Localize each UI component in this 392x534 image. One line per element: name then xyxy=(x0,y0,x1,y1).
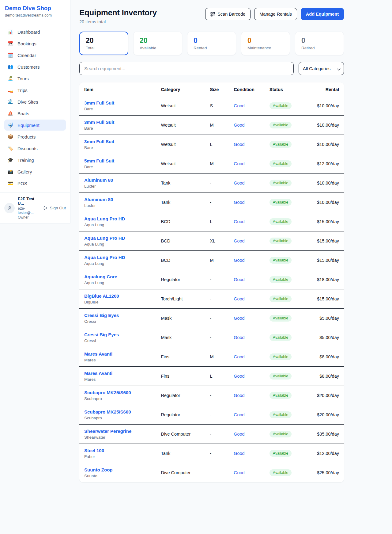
sidebar-item-tours[interactable]: 🏝️Tours xyxy=(4,73,66,84)
item-name-link[interactable]: 3mm Full Suit xyxy=(84,120,151,125)
category-select[interactable]: All Categories xyxy=(299,62,344,75)
status-badge: Available xyxy=(270,160,292,167)
user-role: Owner xyxy=(18,215,40,219)
column-header-category: Category xyxy=(156,82,205,96)
sidebar-item-customers[interactable]: 👥Customers xyxy=(4,61,66,72)
item-rental-price: $35.00/day xyxy=(304,425,344,444)
stat-card-retired[interactable]: 0Retired xyxy=(295,32,344,55)
item-condition-link[interactable]: Good xyxy=(234,374,244,379)
table-row: 3mm Full SuitBareWetsuitSGoodAvailable$1… xyxy=(79,96,344,116)
item-condition-link[interactable]: Good xyxy=(234,123,244,128)
sidebar-item-training[interactable]: 🎓Training xyxy=(4,154,66,166)
item-condition-link[interactable]: Good xyxy=(234,238,244,243)
stat-card-rented[interactable]: 0Rented xyxy=(187,32,236,55)
item-name-link[interactable]: Aqua Lung Pro HD xyxy=(84,216,151,221)
item-condition-link[interactable]: Good xyxy=(234,354,244,359)
sidebar-item-gallery[interactable]: 📸Gallery xyxy=(4,166,66,177)
item-rental-price: $20.00/day xyxy=(304,386,344,405)
item-condition-link[interactable]: Good xyxy=(234,470,244,475)
status-badge: Available xyxy=(270,238,292,244)
item-category: Wetsuit xyxy=(156,96,205,116)
calendar-icon: 🗓️ xyxy=(7,52,13,58)
item-category: Tank xyxy=(156,193,205,212)
sidebar-item-boats[interactable]: ⛵Boats xyxy=(4,108,66,119)
equipment-icon: 🤿 xyxy=(7,122,13,128)
add-equipment-button[interactable]: Add Equipment xyxy=(301,8,344,20)
sidebar-item-bookings[interactable]: 📅Bookings xyxy=(4,38,66,49)
item-category: Fins xyxy=(156,367,205,386)
sidebar-item-discounts[interactable]: 🏷️Discounts xyxy=(4,143,66,154)
item-condition-link[interactable]: Good xyxy=(234,200,244,205)
trips-icon: 🚤 xyxy=(7,87,13,93)
item-name-link[interactable]: Shearwater Peregrine xyxy=(84,429,151,434)
item-condition-link[interactable]: Good xyxy=(234,277,244,282)
item-condition-link[interactable]: Good xyxy=(234,316,244,321)
item-name-link[interactable]: Mares Avanti xyxy=(84,351,151,357)
item-condition-link[interactable]: Good xyxy=(234,451,244,456)
item-condition-link[interactable]: Good xyxy=(234,142,244,147)
item-condition-link[interactable]: Good xyxy=(234,103,244,108)
sidebar-item-equipment[interactable]: 🤿Equipment xyxy=(4,120,66,131)
sidebar-item-trips[interactable]: 🚤Trips xyxy=(4,85,66,96)
manage-rentals-button[interactable]: Manage Rentals xyxy=(254,8,297,20)
stat-value: 0 xyxy=(194,36,230,45)
scan-barcode-button[interactable]: Scan Barcode xyxy=(205,8,251,20)
item-condition-link[interactable]: Good xyxy=(234,412,244,417)
sign-out-button[interactable]: Sign Out xyxy=(43,206,66,210)
avatar xyxy=(4,203,15,213)
item-name-link[interactable]: Scubapro MK25/S600 xyxy=(84,390,151,395)
item-condition-link[interactable]: Good xyxy=(234,181,244,185)
item-condition-link[interactable]: Good xyxy=(234,432,244,437)
item-condition-link[interactable]: Good xyxy=(234,161,244,166)
stat-card-available[interactable]: 20Available xyxy=(133,32,182,55)
sidebar-item-label: Tours xyxy=(17,76,29,81)
item-category: Regulator xyxy=(156,405,205,425)
sidebar-item-dashboard[interactable]: 📊Dashboard xyxy=(4,26,66,37)
item-brand: BigBlue xyxy=(84,300,151,304)
item-condition-link[interactable]: Good xyxy=(234,258,244,263)
item-name-link[interactable]: 5mm Full Suit xyxy=(84,158,151,163)
item-name-link[interactable]: BigBlue AL1200 xyxy=(84,293,151,299)
item-condition-link[interactable]: Good xyxy=(234,219,244,224)
item-name-link[interactable]: Suunto Zoop xyxy=(84,467,151,472)
item-name-link[interactable]: 3mm Full Suit xyxy=(84,139,151,144)
item-size: M xyxy=(205,251,229,270)
item-name-link[interactable]: Aluminum 80 xyxy=(84,197,151,202)
item-name-link[interactable]: Aqua Lung Pro HD xyxy=(84,235,151,241)
stat-value: 0 xyxy=(247,36,284,45)
item-size: M xyxy=(205,154,229,174)
item-rental-price: $8.00/day xyxy=(304,367,344,386)
item-size: L xyxy=(205,367,229,386)
item-name-link[interactable]: 3mm Full Suit xyxy=(84,100,151,105)
item-brand: Mares xyxy=(84,377,151,382)
item-condition-link[interactable]: Good xyxy=(234,296,244,301)
item-name-link[interactable]: Aqualung Core xyxy=(84,274,151,279)
shop-domain: demo.test.divestreams.com xyxy=(5,13,65,17)
stat-value: 20 xyxy=(86,36,122,45)
item-name-link[interactable]: Cressi Big Eyes xyxy=(84,332,151,337)
discounts-icon: 🏷️ xyxy=(7,146,13,151)
item-name-link[interactable]: Steel 100 xyxy=(84,448,151,453)
status-badge: Available xyxy=(270,122,292,128)
item-brand: Scubapro xyxy=(84,396,151,401)
search-input[interactable] xyxy=(79,62,294,75)
sidebar-item-dive-sites[interactable]: 🌊Dive Sites xyxy=(4,96,66,107)
item-name-link[interactable]: Scubapro MK25/S600 xyxy=(84,409,151,414)
sidebar-item-calendar[interactable]: 🗓️Calendar xyxy=(4,50,66,61)
sidebar-item-pos[interactable]: 💳POS xyxy=(4,178,66,189)
item-name-link[interactable]: Cressi Big Eyes xyxy=(84,313,151,318)
item-name-link[interactable]: Aluminum 80 xyxy=(84,177,151,183)
brand-block: Demo Dive Shop demo.test.divestreams.com xyxy=(0,0,70,22)
sidebar-item-products[interactable]: 📦Products xyxy=(4,131,66,142)
item-name-link[interactable]: Aqua Lung Pro HD xyxy=(84,255,151,260)
shop-name[interactable]: Demo Dive Shop xyxy=(5,5,65,12)
item-category: Tank xyxy=(156,174,205,193)
status-badge: Available xyxy=(270,431,292,437)
item-name-link[interactable]: Mares Avanti xyxy=(84,371,151,376)
stat-card-total[interactable]: 20Total xyxy=(79,32,128,55)
item-condition-link[interactable]: Good xyxy=(234,393,244,398)
stat-card-maintenance[interactable]: 0Maintenance xyxy=(241,32,290,55)
item-condition-link[interactable]: Good xyxy=(234,335,244,340)
item-brand: Aqua Lung xyxy=(84,223,151,227)
item-brand: Scubapro xyxy=(84,416,151,420)
